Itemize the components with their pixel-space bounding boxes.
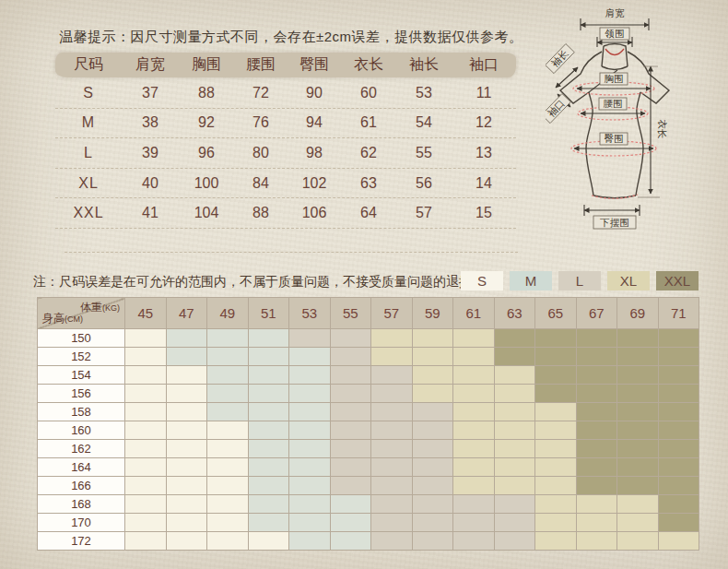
size-table-header: 尺码肩宽胸围腰围臀围衣长袖长袖口 xyxy=(55,53,516,77)
size-value-cell: 88 xyxy=(179,85,234,101)
waist-label: 腰围 xyxy=(604,98,623,109)
grid-cell-m xyxy=(248,348,289,366)
grid-cell-m xyxy=(248,440,289,458)
grid-cell-xxl xyxy=(658,495,699,514)
hem-girth-label: 下摆围 xyxy=(599,217,629,228)
grid-cell-xxl xyxy=(658,329,699,348)
dress-measurement-diagram: 肩宽 领围 胸围 腰围 臀围 袖长 袖口 衣长 下摆围 xyxy=(546,0,721,245)
grid-cell-s xyxy=(207,440,249,458)
section-divider xyxy=(65,252,518,253)
grid-cell-m xyxy=(166,329,207,348)
grid-cell-xl xyxy=(494,440,535,458)
grid-cell-xxl xyxy=(617,477,659,495)
size-table-header-cell: 尺码 xyxy=(55,55,122,75)
grid-cell-s xyxy=(166,477,207,495)
size-value-cell: 63 xyxy=(341,175,396,192)
grid-cell-xxl xyxy=(535,366,577,385)
legend-swatch-xl: XL xyxy=(607,271,650,290)
grid-cell-m xyxy=(248,385,289,403)
weight-header-cell: 65 xyxy=(535,298,577,329)
size-code-cell: L xyxy=(55,145,122,161)
grid-cell-xxl xyxy=(576,403,617,421)
grid-cell-xl xyxy=(535,495,577,514)
grid-cell-s xyxy=(248,532,289,551)
grid-cell-l xyxy=(371,477,413,495)
height-label-cell: 164 xyxy=(38,458,125,477)
grid-cell-xxl xyxy=(576,421,617,440)
weight-header-cell: 69 xyxy=(617,298,659,329)
size-table-row: S37887290605311 xyxy=(55,78,516,109)
size-value-cell: 102 xyxy=(288,175,341,192)
grid-cell-s xyxy=(125,514,167,532)
hip-label: 臀围 xyxy=(605,133,624,144)
grid-cell-xxl xyxy=(617,440,659,458)
grid-cell-m xyxy=(289,495,331,514)
grid-cell-xl xyxy=(617,532,659,551)
measurement-notice: 温馨提示：因尺寸测量方式不同，会存在±2cm误差，提供数据仅供参考。 xyxy=(59,29,523,46)
grid-cell-s xyxy=(125,366,167,385)
size-value-cell: 12 xyxy=(452,114,516,131)
grid-cell-l xyxy=(494,532,535,551)
grid-cell-xxl xyxy=(535,329,577,348)
grid-cell-l xyxy=(494,495,535,514)
grid-cell-l xyxy=(412,514,453,532)
grid-cell-xl xyxy=(617,495,659,514)
grid-cell-l xyxy=(453,514,495,532)
grid-cell-l xyxy=(453,495,495,514)
grid-cell-m xyxy=(207,329,249,348)
weight-header-cell: 63 xyxy=(494,298,535,329)
shoulder-width-label: 肩宽 xyxy=(605,7,626,18)
grid-cell-xxl xyxy=(658,421,699,440)
grid-cell-xl xyxy=(494,385,535,403)
grid-cell-xl xyxy=(494,421,535,440)
grid-cell-m xyxy=(248,514,289,532)
weight-header-cell: 71 xyxy=(658,298,699,329)
grid-cell-s xyxy=(166,458,207,477)
height-label-cell: 152 xyxy=(38,348,125,366)
grid-cell-s xyxy=(125,329,167,348)
size-value-cell: 14 xyxy=(452,175,516,192)
size-code-cell: M xyxy=(55,114,122,131)
grid-cell-xl xyxy=(535,477,577,495)
dimension-lines xyxy=(556,18,660,216)
grid-cell-l xyxy=(330,366,371,385)
size-value-cell: 53 xyxy=(396,85,452,101)
grid-cell-l xyxy=(330,385,371,403)
grid-cell-m xyxy=(207,348,249,366)
size-table-header-cell: 袖长 xyxy=(396,55,452,75)
grid-cell-l xyxy=(371,440,413,458)
grid-row: 164 xyxy=(38,458,699,477)
grid-cell-xxl xyxy=(658,477,699,495)
grid-row: 154 xyxy=(38,366,699,385)
dress-red-details xyxy=(571,49,656,198)
size-value-cell: 80 xyxy=(234,145,288,161)
grid-cell-s xyxy=(125,532,167,551)
grid-cell-xxl xyxy=(576,385,617,403)
grid-cell-m xyxy=(207,403,249,421)
grid-cell-m xyxy=(207,366,249,385)
grid-cell-s xyxy=(166,385,207,403)
grid-cell-xxl xyxy=(617,329,659,348)
height-label-cell: 150 xyxy=(38,329,125,348)
grid-cell-l xyxy=(371,514,413,532)
size-value-cell: 106 xyxy=(288,205,341,221)
grid-cell-s xyxy=(207,421,249,440)
dress-outline xyxy=(560,44,669,198)
size-value-cell: 94 xyxy=(288,114,341,131)
grid-cell-xxl xyxy=(617,348,659,366)
grid-cell-xl xyxy=(453,403,495,421)
height-label-cell: 156 xyxy=(38,385,125,403)
height-label-cell: 166 xyxy=(38,477,125,495)
size-table-row: L39968098625513 xyxy=(55,138,516,169)
size-table-header-cell: 衣长 xyxy=(341,55,396,75)
grid-cell-s xyxy=(125,458,167,477)
grid-cell-l xyxy=(371,421,413,440)
height-weight-grid: 体重(KG) 身高(CM) 45474951535557596163656769… xyxy=(37,297,699,551)
size-table-row: M38927694615412 xyxy=(55,109,516,139)
size-legend: SMLXLXXL xyxy=(461,271,699,290)
height-label-cell: 170 xyxy=(38,514,125,532)
grid-row: 162 xyxy=(38,440,699,458)
grid-cell-l xyxy=(412,477,453,495)
grid-cell-l xyxy=(412,421,453,440)
height-label-cell: 168 xyxy=(38,495,125,514)
